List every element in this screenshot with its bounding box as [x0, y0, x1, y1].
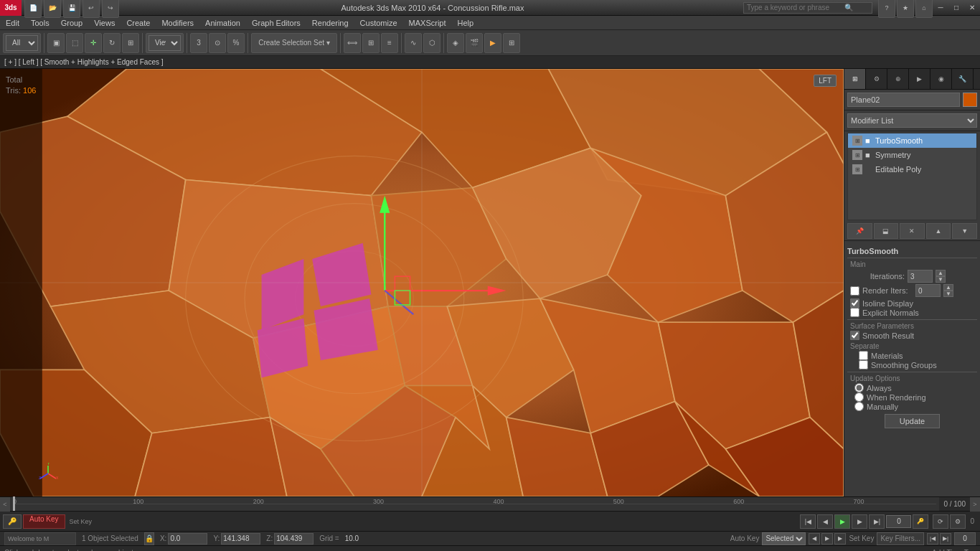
selection-set-btn[interactable]: Create Selection Set ▾ [251, 33, 337, 53]
move-btn[interactable]: ✛ [85, 33, 102, 53]
z-input[interactable] [274, 533, 314, 545]
mini-frame-input[interactable] [954, 532, 976, 545]
render-iters-down[interactable]: ▼ [943, 291, 953, 297]
prev-frame-btn[interactable]: ◀ [817, 514, 833, 529]
panel-tab-display[interactable]: ◉ [930, 69, 952, 89]
iterations-up[interactable]: ▲ [936, 270, 946, 276]
menu-help[interactable]: Help [452, 16, 480, 30]
go-start-btn[interactable]: |◀ [800, 514, 816, 529]
explicit-normals-label[interactable]: Explicit Normals [862, 309, 919, 317]
always-label[interactable]: Always [867, 384, 892, 392]
schematic-btn[interactable]: ⬡ [423, 33, 440, 53]
menu-group[interactable]: Group [55, 16, 89, 30]
key-filters-btn[interactable]: Key Filters... [877, 532, 924, 545]
manually-label[interactable]: Manually [867, 402, 898, 411]
x-input[interactable] [168, 533, 207, 545]
frame-mode-btn[interactable]: 🔑 [913, 514, 928, 529]
move-up-btn[interactable]: ▲ [926, 223, 951, 239]
mini-next2-btn[interactable]: ▶| [940, 533, 951, 545]
explicit-normals-checkbox[interactable] [850, 308, 859, 317]
menu-rendering[interactable]: Rendering [306, 16, 354, 30]
render-iters-input[interactable] [915, 284, 941, 297]
curve-editor-btn[interactable]: ∿ [405, 33, 422, 53]
menu-maxscript[interactable]: MAXScript [403, 16, 452, 30]
modifier-editable-poly[interactable]: ⊞ Editable Poly [848, 162, 976, 176]
render-last-btn[interactable]: ⊞ [503, 33, 520, 53]
select-filter[interactable]: All [3, 33, 41, 53]
render-btn[interactable]: ▶ [484, 33, 501, 53]
smooth-result-label[interactable]: Smooth Result [862, 331, 914, 340]
viewport[interactable]: Total Tris: 106 LFT Y X Z [0, 69, 844, 496]
rotate-btn[interactable]: ↻ [103, 33, 121, 53]
modifier-turbosmooth[interactable]: ⊞ ■ TurboSmooth [848, 133, 976, 148]
close-btn[interactable]: ✕ [964, 0, 980, 16]
when-rendering-radio[interactable] [854, 392, 864, 402]
menu-graph-editors[interactable]: Graph Editors [246, 16, 306, 30]
go-end-btn[interactable]: ▶| [869, 514, 885, 529]
mini-prev2-btn[interactable]: |◀ [927, 533, 938, 545]
smooth-result-checkbox[interactable] [850, 331, 859, 340]
lock-icon[interactable]: 🔒 [144, 532, 154, 545]
search-input[interactable] [744, 4, 844, 11]
mini-prev-btn[interactable]: ◀ [809, 533, 820, 545]
percent-btn[interactable]: % [227, 33, 245, 53]
when-rendering-label[interactable]: When Rendering [867, 393, 926, 402]
autokey-select[interactable]: Selected All [762, 532, 806, 545]
select-region-btn[interactable]: ⬚ [66, 33, 83, 53]
mini-next-btn[interactable]: ▶ [834, 533, 846, 545]
menu-edit[interactable]: Edit [0, 16, 25, 30]
pin-stack-btn[interactable]: 📌 [847, 223, 872, 239]
modifier-symmetry[interactable]: ⊞ ■ Symmetry [848, 148, 976, 162]
render-iters-up[interactable]: ▲ [943, 284, 953, 291]
material-btn[interactable]: ◈ [447, 33, 464, 53]
menu-modifiers[interactable]: Modifiers [156, 16, 199, 30]
loop-btn[interactable]: ⟳ [933, 514, 948, 529]
remove-modifier-btn[interactable]: ✕ [900, 223, 925, 239]
panel-tab-hierarchy[interactable]: ⊕ [887, 69, 909, 89]
y-input[interactable] [221, 533, 260, 545]
menu-animation[interactable]: Animation [199, 16, 246, 30]
home-btn[interactable]: ⌂ [915, 0, 933, 18]
iterations-input[interactable] [908, 270, 933, 283]
panel-tab-utilities[interactable]: 🔧 [952, 69, 974, 89]
next-frame-btn[interactable]: ▶ [852, 514, 867, 529]
view-dropdown[interactable]: View [146, 33, 184, 53]
move-down-btn[interactable]: ▼ [952, 223, 977, 239]
mini-play-btn[interactable]: ▶ [821, 533, 833, 545]
menu-tools[interactable]: Tools [25, 16, 55, 30]
timeline-slider[interactable]: 0 100 200 300 400 500 600 700 [10, 497, 939, 511]
isoline-label[interactable]: Isoline Display [862, 299, 913, 308]
materials-checkbox[interactable] [859, 351, 868, 360]
menu-customize[interactable]: Customize [354, 16, 403, 30]
auto-key-btn[interactable]: Auto Key [23, 514, 65, 529]
pivot-btn[interactable]: ⊙ [209, 33, 226, 53]
select-btn[interactable]: ▣ [47, 33, 65, 53]
menu-create[interactable]: Create [121, 16, 156, 30]
render-setup-btn[interactable]: 🎬 [466, 33, 483, 53]
search-box[interactable]: 🔍 [743, 2, 872, 14]
smoothing-groups-checkbox[interactable] [859, 360, 868, 369]
panel-tab-modify[interactable]: ⚙ [866, 69, 887, 89]
collapse-btn[interactable]: ⬓ [874, 223, 899, 239]
ref-coord-btn[interactable]: 3 [190, 33, 207, 53]
time-config-btn[interactable]: ⚙ [950, 514, 966, 529]
layer-btn[interactable]: ≡ [381, 33, 398, 53]
isoline-checkbox[interactable] [850, 298, 859, 308]
update-button[interactable]: Update [885, 414, 940, 428]
iterations-down[interactable]: ▼ [936, 276, 946, 283]
object-color-swatch[interactable] [963, 93, 977, 107]
panel-tab-create[interactable]: ⊞ [844, 69, 866, 89]
timeline-left-arrow[interactable]: < [0, 497, 10, 512]
menu-views[interactable]: Views [88, 16, 121, 30]
align-btn[interactable]: ⊞ [362, 33, 380, 53]
smoothing-groups-label[interactable]: Smoothing Groups [871, 361, 937, 369]
always-radio[interactable] [854, 383, 864, 392]
minimize-btn[interactable]: ─ [933, 0, 948, 16]
panel-tab-motion[interactable]: ▶ [909, 69, 930, 89]
play-btn[interactable]: ▶ [834, 514, 850, 529]
mirror-btn[interactable]: ⟺ [344, 33, 361, 53]
object-name-input[interactable] [847, 93, 960, 107]
lift-button[interactable]: LFT [814, 75, 837, 87]
maximize-btn[interactable]: □ [948, 0, 964, 16]
key-mode-btn[interactable]: 🔑 [3, 514, 22, 529]
